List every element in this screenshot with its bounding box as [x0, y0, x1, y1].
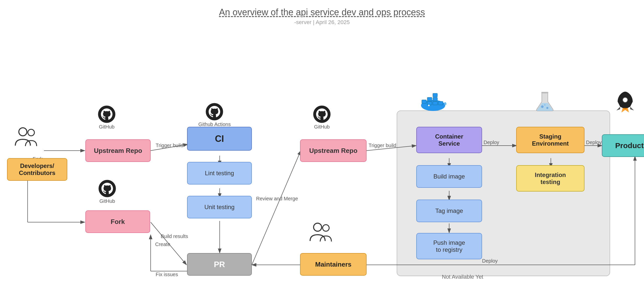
pr-node: PR: [187, 253, 252, 276]
subtitle: -server | April 26, 2025: [0, 19, 644, 26]
svg-rect-38: [541, 92, 548, 93]
svg-rect-28: [427, 97, 432, 101]
rocket-svg: [614, 90, 636, 113]
staging-node: StagingEnvironment: [516, 127, 584, 153]
svg-point-35: [541, 105, 544, 108]
svg-point-39: [623, 97, 628, 102]
label-trigger-build-right: Trigger build: [369, 143, 396, 148]
label-build-results: Build results: [161, 233, 188, 239]
ci-node: CI: [187, 127, 252, 151]
fork-node: Fork: [85, 210, 150, 233]
lint-testing-node: Lint testing: [187, 162, 252, 185]
maintainers-node: Maintainers: [300, 253, 367, 276]
unit-testing-node: Unit testing: [187, 196, 252, 218]
container-service-node: ContainerService: [416, 127, 482, 153]
svg-point-24: [313, 106, 330, 123]
docker-icon: [419, 90, 447, 114]
svg-point-41: [28, 129, 34, 136]
github-icon-left: GitHub: [98, 105, 115, 130]
label-create: Create: [155, 242, 170, 247]
upstream-repo-left-node: Upstream Repo: [85, 139, 151, 162]
diagram-container: An overview of the api service dev and o…: [0, 0, 644, 301]
github-icon-right: GitHub: [313, 105, 331, 130]
svg-point-25: [99, 180, 116, 197]
maintainers-svg: [306, 218, 336, 249]
svg-point-23: [206, 103, 223, 120]
label-fix-issues: Fix issues: [156, 272, 178, 277]
github-icon-fork: GitHub: [98, 180, 116, 204]
rocket-icon: [614, 90, 636, 114]
production-node: Production: [602, 134, 644, 157]
svg-rect-30: [433, 101, 437, 105]
label-deploy-bottom: Deploy: [482, 258, 498, 264]
github-actions-icon: Github Actions: [198, 103, 231, 127]
maintainers-person-icon: [306, 218, 336, 250]
svg-line-9: [252, 151, 301, 265]
svg-rect-33: [438, 101, 443, 105]
developers-node: Developers/Contributors: [7, 158, 67, 181]
svg-rect-32: [433, 93, 437, 97]
title-area: An overview of the api service dev and o…: [0, 0, 644, 26]
svg-rect-31: [433, 97, 437, 101]
upstream-repo-right-node: Upstream Repo: [300, 139, 367, 162]
developers-svg: [12, 123, 42, 153]
github-svg-fork: [98, 180, 116, 197]
tag-image-node: Tag image: [416, 200, 482, 222]
label-deploy-right: Deploy: [586, 140, 602, 145]
not-available-label: Not Available Yet: [442, 274, 483, 280]
svg-point-42: [314, 223, 322, 231]
integration-testing-node: Integrationtesting: [516, 165, 584, 192]
svg-point-37: [544, 104, 546, 106]
github-svg-left: [98, 105, 115, 123]
svg-point-36: [546, 107, 548, 109]
svg-point-34: [428, 105, 430, 106]
github-svg-right: [313, 105, 331, 123]
svg-point-43: [323, 225, 329, 231]
svg-rect-29: [427, 101, 432, 105]
label-review-merge: Review and Merge: [256, 196, 298, 202]
build-image-node: Build image: [416, 165, 482, 188]
flask-svg: [535, 90, 555, 113]
push-image-node: Push imageto registry: [416, 233, 482, 259]
docker-svg: [419, 90, 447, 113]
flask-icon: [535, 90, 555, 114]
github-actions-svg: [206, 103, 223, 121]
developers-icon: [12, 123, 42, 154]
svg-rect-27: [422, 100, 426, 103]
label-deploy-left: Deploy: [484, 140, 499, 145]
label-trigger-build-left: Trigger build: [156, 143, 183, 148]
main-title: An overview of the api service dev and o…: [0, 7, 644, 18]
svg-point-40: [19, 128, 27, 136]
svg-point-22: [98, 106, 115, 123]
